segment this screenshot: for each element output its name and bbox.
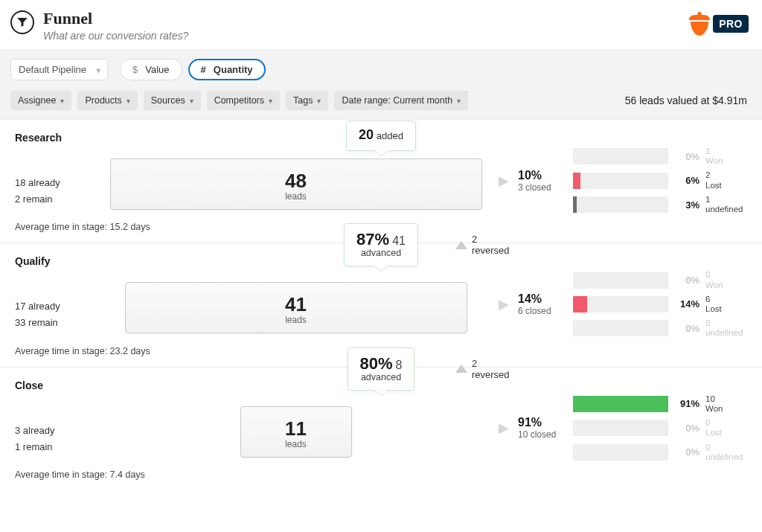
funnel-stages: 20 added Research 18 already 2 remain 48… (0, 119, 762, 490)
outcome-bar-fill (573, 296, 587, 313)
leads-box[interactable]: 48 leads (110, 158, 482, 210)
filter-products[interactable]: Products▾ (77, 91, 137, 110)
leads-box[interactable]: 41 leads (125, 282, 467, 333)
stage-qualify: Qualify 17 already 33 remain 41 leads ▶ … (0, 243, 762, 366)
controls-row-1: Default Pipeline ▾ $ Value # Quantity (10, 59, 752, 80)
value-toggle-button[interactable]: $ Value (120, 59, 182, 80)
stage-close: Close 3 already 1 remain 11 leads ▶ 91% … (0, 367, 762, 490)
outcome-bar-track (573, 272, 668, 289)
title-block: Funnel What are our conversion rates? (43, 9, 188, 42)
page-header: Funnel What are our conversion rates? PR… (0, 0, 762, 49)
filter-daterange[interactable]: Date range: Current month▾ (334, 91, 468, 110)
controls-bar: Default Pipeline ▾ $ Value # Quantity As… (0, 49, 762, 119)
outcome-bar-track (573, 296, 668, 313)
outcome-bars: 0% 0Won 14% 6Lost 0% 0undefined (573, 270, 752, 338)
outcome-bar-track (573, 444, 668, 461)
outcome-bar-track (573, 320, 668, 336)
hash-icon: # (201, 64, 206, 75)
stage-research: Research 18 already 2 remain 48 leads ▶ … (0, 119, 762, 243)
outcome-bar-track (573, 148, 668, 164)
outcome-row-lost: 6% 2Lost (573, 170, 752, 190)
filter-tags[interactable]: Tags▾ (286, 91, 328, 110)
stage-left-stats: 3 already 1 remain (15, 391, 93, 455)
leads-label: leads (133, 315, 459, 325)
pro-badge: PRO (713, 15, 749, 33)
avg-time-in-stage: Average time in stage: 7.4 days (0, 462, 762, 480)
quantity-toggle-label: Quantity (214, 64, 253, 75)
outcome-meta: 0undefined (705, 318, 743, 338)
outcome-pct: 91% (674, 398, 699, 409)
arrow-right-icon: ▶ (499, 296, 509, 313)
stage-name: Close (15, 379, 93, 391)
outcome-bar-track (573, 396, 668, 412)
header-left: Funnel What are our conversion rates? (10, 9, 188, 42)
controls-row-2: Assignee▾ Products▾ Sources▾ Competitors… (10, 80, 752, 119)
chevron-down-icon: ▾ (190, 97, 193, 105)
outcome-pct: 6% (674, 175, 699, 186)
stage-left-stats: 18 already 2 remain (15, 144, 93, 208)
dollar-icon: $ (132, 64, 138, 75)
outcome-meta: 0undefined (705, 443, 743, 462)
closed-summary: 14% 6 closed (518, 292, 564, 316)
chevron-down-icon: ▾ (317, 97, 321, 105)
outcome-pct: 0% (674, 323, 699, 334)
outcome-row-won: 91% 10Won (573, 394, 752, 414)
value-toggle-label: Value (145, 64, 169, 75)
stage-center: 41 leads (93, 255, 499, 338)
stage-center: 48 leads (93, 132, 499, 214)
outcome-bars: 0% 1Won 6% 2Lost 3% 1undefined (573, 147, 752, 214)
outcome-pct: 0% (674, 151, 699, 162)
funnel-icon (10, 10, 34, 34)
avg-time-in-stage: Average time in stage: 15.2 days (0, 214, 762, 232)
brand-logo: PRO (685, 9, 749, 39)
outcome-row-lost: 0% 0Lost (573, 418, 752, 438)
outcome-row-can: 0% 0undefined (573, 318, 752, 338)
chevron-down-icon: ▾ (60, 97, 64, 105)
outcome-row-can: 0% 0undefined (573, 443, 752, 462)
acorn-icon (685, 9, 714, 39)
outcome-bars: 91% 10Won 0% 0Lost 0% 0undefined (573, 394, 752, 462)
filter-assignee[interactable]: Assignee▾ (10, 91, 71, 110)
outcome-bar-fill (573, 396, 668, 412)
stage-col-left: Research 18 already 2 remain (15, 132, 93, 214)
outcome-pct: 0% (674, 446, 699, 458)
stage-left-stats: 17 already 33 remain (15, 267, 93, 331)
page-title: Funnel (43, 9, 188, 28)
pipeline-select-label: Default Pipeline (19, 64, 86, 75)
outcome-bar-track (573, 173, 668, 189)
arrow-right-icon: ▶ (499, 420, 509, 436)
outcome-meta: 0Won (705, 270, 723, 289)
closed-summary: 10% 3 closed (518, 169, 564, 193)
chevron-down-icon: ▾ (269, 97, 272, 105)
page-subtitle: What are our conversion rates? (43, 30, 188, 42)
outcome-row-won: 0% 1Won (573, 147, 752, 166)
outcome-row-can: 3% 1undefined (573, 195, 752, 214)
stage-center: 11 leads (93, 379, 499, 462)
outcome-meta: 2Lost (705, 170, 722, 190)
leads-count: 48 (118, 170, 474, 193)
stage-name: Research (15, 132, 93, 144)
filter-competitors[interactable]: Competitors▾ (207, 91, 280, 110)
outcome-meta: 1Won (705, 147, 723, 166)
outcome-meta: 1undefined (705, 195, 743, 214)
chevron-down-icon: ▾ (96, 64, 101, 75)
stage-col-left: Close 3 already 1 remain (15, 379, 93, 462)
outcome-meta: 10Won (705, 394, 723, 414)
outcome-bar-fill (573, 173, 580, 189)
outcome-bar-fill (573, 196, 577, 213)
stage-outcomes: ▶ 14% 6 closed 0% 0Won 14% 6Lost (499, 255, 752, 338)
filter-sources[interactable]: Sources▾ (144, 91, 201, 110)
outcome-pct: 0% (674, 423, 699, 434)
stage-outcomes: ▶ 91% 10 closed 91% 10Won 0% 0Lost (499, 379, 752, 462)
outcome-bar-track (573, 420, 668, 436)
quantity-toggle-button[interactable]: # Quantity (188, 59, 266, 80)
leads-count: 41 (133, 293, 459, 316)
outcome-pct: 14% (674, 298, 699, 310)
arrow-right-icon: ▶ (499, 173, 509, 189)
value-quantity-toggle: $ Value # Quantity (120, 59, 266, 80)
pipeline-select[interactable]: Default Pipeline ▾ (10, 59, 108, 80)
leads-box[interactable]: 11 leads (240, 406, 352, 458)
chevron-down-icon: ▾ (457, 97, 461, 105)
leads-label: leads (249, 439, 344, 449)
outcome-bar-track (573, 196, 668, 213)
